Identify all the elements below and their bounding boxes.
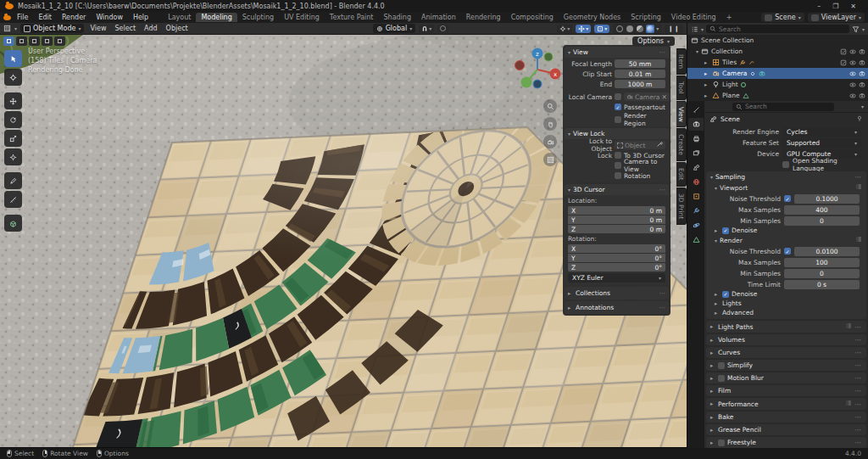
sidebar-tab-tool[interactable]: Tool (676, 76, 687, 100)
cursor-panel-header[interactable]: ▾ 3D Cursor ⋯ (565, 184, 669, 195)
workspace-tab-video-editing[interactable]: Video Editing (666, 13, 721, 22)
orientation-dropdown[interactable]: Global ▾ (373, 24, 416, 33)
workspace-tab-shading[interactable]: Shading (378, 13, 416, 22)
workspace-tab-layout[interactable]: Layout (163, 13, 196, 22)
osl-checkbox[interactable] (782, 161, 789, 168)
viewport-max-samples-field[interactable]: 400 (784, 205, 860, 215)
menu-window[interactable]: Window (92, 13, 127, 22)
properties-search-input[interactable] (745, 103, 831, 110)
viewport-menu-view[interactable]: View (87, 25, 108, 32)
preset-list-icon[interactable] (855, 236, 862, 243)
menu-file[interactable]: File (13, 13, 32, 22)
move-tool[interactable] (4, 92, 22, 109)
tab-object-data[interactable] (688, 233, 704, 246)
zoom-button[interactable] (543, 99, 557, 113)
render-sampling-header[interactable]: ▾ Render (706, 235, 866, 245)
tab-tool[interactable] (688, 104, 704, 116)
render-region-checkbox[interactable] (615, 116, 621, 123)
outliner-row-light[interactable]: ▸ Light (687, 79, 868, 90)
workspace-add-button[interactable]: + (721, 13, 737, 22)
snap-toggle[interactable]: ▾ (419, 25, 434, 33)
viewport-menu-add[interactable]: Add (142, 25, 160, 32)
workspace-tab-modeling[interactable]: Modeling (196, 13, 236, 22)
tab-world[interactable] (688, 176, 704, 188)
grease-pencil-panel-header[interactable]: ▸Grease Pencil⋯ (706, 424, 866, 435)
eyedropper-icon[interactable] (656, 141, 663, 148)
gizmo-y-axis[interactable] (521, 77, 532, 88)
workspace-tab-geometry-nodes[interactable]: Geometry Nodes (559, 13, 626, 22)
mode-dropdown[interactable]: Object Mode ▾ (20, 24, 84, 33)
close-button[interactable]: ✕ (850, 3, 856, 10)
outliner-row-camera[interactable]: ▸ Camera (687, 68, 868, 79)
pause-render-button[interactable]: ❙❙ (665, 25, 683, 33)
render-max-samples-field[interactable]: 100 (784, 258, 860, 267)
select-mode-extend-button[interactable] (16, 36, 27, 46)
gizmo-x-neg-axis[interactable] (515, 61, 525, 70)
gizmo-z-neg-axis[interactable] (533, 80, 542, 88)
freestyle-checkbox[interactable] (718, 439, 725, 446)
sidebar-tab-create[interactable]: Create (676, 128, 687, 161)
volumes-panel-header[interactable]: ▸Volumes⋯ (706, 334, 866, 345)
advanced-subpanel-header[interactable]: ▸Advanced (706, 308, 866, 319)
lock-3d-cursor-checkbox[interactable] (615, 152, 621, 159)
show-gizmo-toggle[interactable]: ▾ (557, 25, 572, 33)
light-paths-panel-header[interactable]: ▸Light Paths ⋯ (706, 321, 866, 333)
viewport-noise-threshold-field[interactable]: 0.1000 (794, 194, 860, 204)
viewport-sampling-header[interactable]: ▾ Viewport (706, 182, 866, 193)
annotations-panel-header[interactable]: ▸ Annotations ⋯ (565, 301, 669, 314)
local-camera-checkbox[interactable] (615, 93, 621, 100)
breadcrumb-scene[interactable]: Scene (721, 115, 740, 123)
properties-options-chevron-icon[interactable]: ▾ (861, 104, 864, 109)
view-layer-selector[interactable]: ViewLayer ▾ (808, 13, 865, 22)
xray-toggle[interactable]: ▾ (594, 25, 609, 33)
camera-to-view-checkbox[interactable] (615, 162, 621, 169)
disable-render-icon[interactable] (859, 70, 865, 77)
scale-tool[interactable] (4, 130, 22, 147)
tab-physics[interactable] (688, 219, 704, 232)
shading-solid-button[interactable] (626, 25, 634, 33)
preset-list-icon[interactable] (855, 183, 862, 190)
cursor-location-z[interactable]: Z0 m (568, 225, 665, 233)
tab-render[interactable] (688, 118, 704, 131)
simplify-panel-header[interactable]: ▸Simplify⋯ (706, 360, 866, 371)
render-engine-dropdown[interactable]: Cycles▾ (782, 127, 861, 137)
properties-search[interactable] (732, 103, 834, 111)
shading-wireframe-button[interactable] (615, 25, 624, 33)
menu-render[interactable]: Render (58, 13, 90, 22)
workspace-tab-uv-editing[interactable]: UV Editing (279, 13, 325, 22)
proportional-edit-toggle[interactable] (437, 25, 448, 32)
focal-length-field[interactable]: 50 mm (615, 59, 665, 68)
render-denoise-header[interactable]: ▸ ✓ Denoise (706, 289, 866, 299)
render-noise-threshold-checkbox[interactable]: ✓ (784, 248, 791, 255)
tab-modifiers[interactable] (688, 204, 704, 217)
preset-list-icon[interactable] (845, 400, 852, 406)
outliner-search-input[interactable] (719, 25, 846, 33)
navigation-gizmo[interactable]: z x (511, 43, 564, 96)
menu-edit[interactable]: Edit (34, 13, 56, 22)
workspace-tab-sculpting[interactable]: Sculpting (237, 13, 279, 22)
preset-list-icon[interactable] (845, 322, 852, 329)
render-min-samples-field[interactable]: 0 (784, 269, 860, 278)
blender-menu-icon[interactable] (3, 15, 11, 20)
outliner-row-plane[interactable]: ▸ Plane (687, 90, 868, 101)
select-mode-invert-button[interactable] (42, 36, 53, 46)
select-mode-intersect-button[interactable] (54, 36, 65, 46)
outliner-search[interactable] (706, 25, 849, 33)
cursor-location-y[interactable]: Y0 m (568, 216, 665, 224)
lock-to-object-field[interactable]: Object (615, 141, 665, 149)
select-box-tool[interactable] (4, 50, 22, 67)
camera-view-button[interactable] (543, 135, 557, 148)
cursor-rotation-x[interactable]: X0° (568, 244, 665, 253)
perspective-toggle-button[interactable] (543, 153, 557, 166)
cursor-location-x[interactable]: X0 m (568, 206, 665, 215)
rotation-mode-dropdown[interactable]: XYZ Euler ▾ (568, 273, 665, 283)
outliner-row-collection[interactable]: ▾ Collection (687, 46, 868, 57)
shading-material-button[interactable] (636, 25, 644, 33)
clear-icon[interactable]: ✕ (661, 93, 666, 101)
gizmo-y-neg-axis[interactable] (544, 53, 553, 61)
shading-rendered-button[interactable] (646, 25, 654, 33)
maximize-button[interactable]: ❐ (832, 3, 838, 10)
render-noise-threshold-field[interactable]: 0.0100 (794, 247, 860, 256)
scene-selector[interactable]: Scene ▾ (761, 13, 804, 22)
disable-render-icon[interactable] (859, 48, 865, 55)
